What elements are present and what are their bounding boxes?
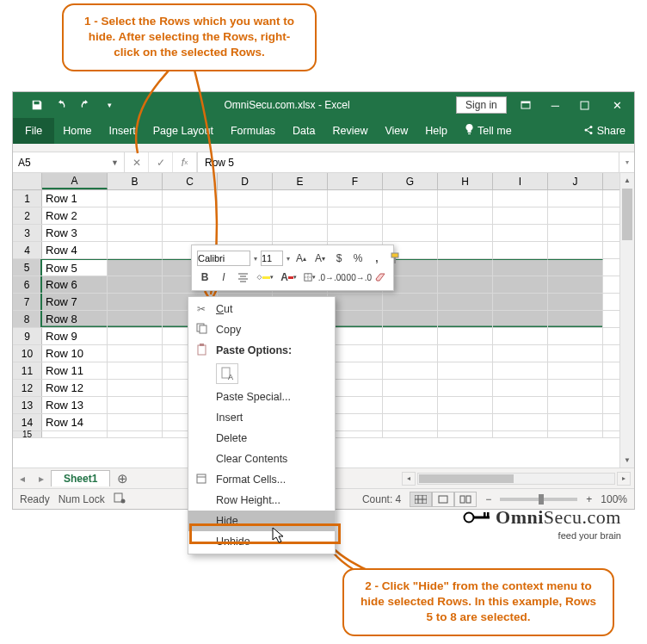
cell[interactable]	[548, 311, 603, 327]
cell[interactable]	[383, 328, 438, 344]
cell[interactable]	[108, 328, 163, 344]
cell[interactable]	[438, 328, 493, 344]
view-normal-button[interactable]	[410, 492, 432, 507]
cell[interactable]	[108, 242, 163, 258]
undo-icon[interactable]	[49, 92, 73, 118]
row-header[interactable]: 12	[13, 380, 42, 396]
column-header[interactable]: A	[42, 173, 108, 189]
cell[interactable]: Row 4	[42, 242, 108, 258]
row-header[interactable]: 10	[13, 345, 42, 362]
column-header[interactable]: E	[273, 173, 328, 189]
cell[interactable]	[548, 397, 603, 413]
cell[interactable]	[108, 397, 163, 413]
cell[interactable]	[328, 225, 383, 241]
cell[interactable]	[328, 311, 383, 327]
cell[interactable]	[493, 345, 548, 362]
cell[interactable]	[108, 380, 163, 396]
sign-in-button[interactable]: Sign in	[456, 96, 507, 114]
cancel-entry-icon[interactable]: ✕	[125, 152, 149, 172]
redo-icon[interactable]	[73, 92, 97, 118]
row-header[interactable]: 1	[13, 190, 42, 207]
scroll-up-icon[interactable]: ▲	[620, 173, 634, 188]
cell[interactable]: Row 12	[42, 380, 108, 396]
sheet-tab-active[interactable]: Sheet1	[51, 470, 110, 486]
cell[interactable]	[438, 311, 493, 327]
cell[interactable]	[383, 190, 438, 207]
save-icon[interactable]	[25, 92, 49, 118]
cell[interactable]	[218, 207, 273, 224]
row-header[interactable]: 5	[13, 259, 42, 276]
cell[interactable]	[493, 362, 548, 379]
cell[interactable]	[273, 225, 328, 241]
cell[interactable]	[383, 294, 438, 310]
cell[interactable]	[108, 225, 163, 241]
increase-decimal-icon[interactable]: .0→.00	[321, 269, 343, 286]
cell[interactable]	[493, 431, 548, 437]
paste-keep-text-icon[interactable]: A	[216, 363, 238, 384]
cell[interactable]	[548, 276, 603, 293]
cell[interactable]	[438, 414, 493, 430]
cell[interactable]	[163, 225, 218, 241]
cell[interactable]	[493, 414, 548, 430]
mini-font-size[interactable]	[261, 251, 283, 266]
cell[interactable]	[108, 431, 163, 437]
close-button[interactable]: ✕	[600, 92, 634, 118]
cell[interactable]	[163, 190, 218, 207]
column-header[interactable]: I	[493, 173, 548, 189]
cell[interactable]	[383, 207, 438, 224]
cell[interactable]	[548, 190, 603, 207]
cell[interactable]	[163, 207, 218, 224]
column-header[interactable]: J	[548, 173, 603, 189]
cell[interactable]	[438, 345, 493, 362]
row-header[interactable]: 9	[13, 328, 42, 344]
cell[interactable]	[493, 259, 548, 276]
row-header[interactable]: 13	[13, 397, 42, 413]
sheet-nav-prev-icon[interactable]: ◂	[13, 473, 32, 485]
cell[interactable]	[493, 242, 548, 258]
zoom-slider[interactable]	[500, 498, 577, 501]
comma-format-icon[interactable]: ,	[369, 250, 385, 267]
ctx-delete[interactable]: Delete	[188, 428, 335, 449]
cell[interactable]	[383, 380, 438, 396]
vscroll-thumb[interactable]	[622, 189, 632, 240]
macro-record-icon[interactable]	[114, 492, 126, 506]
tab-page-layout[interactable]: Page Layout	[145, 118, 222, 144]
cell[interactable]	[328, 294, 383, 310]
zoom-out-button[interactable]: −	[485, 493, 491, 505]
vertical-scrollbar[interactable]: ▲ ▼	[619, 173, 634, 468]
cell[interactable]: Row 1	[42, 190, 108, 207]
row-header[interactable]: 7	[13, 294, 42, 310]
cell[interactable]	[493, 190, 548, 207]
ctx-row-height[interactable]: Row Height...	[188, 490, 335, 511]
name-box[interactable]: A5 ▼	[13, 152, 125, 172]
cell[interactable]: Row 2	[42, 207, 108, 224]
cell[interactable]	[273, 190, 328, 207]
zoom-in-button[interactable]: +	[586, 493, 592, 505]
fill-color-icon[interactable]: ▾	[254, 269, 275, 286]
cell[interactable]	[328, 414, 383, 430]
maximize-button[interactable]	[570, 92, 600, 118]
align-center-icon[interactable]	[235, 269, 250, 286]
cell[interactable]	[493, 225, 548, 241]
cell[interactable]	[108, 362, 163, 379]
new-sheet-button[interactable]: ⊕	[110, 471, 135, 486]
cell[interactable]: Row 9	[42, 328, 108, 344]
hscroll-right-icon[interactable]: ▸	[617, 472, 631, 486]
ctx-format-cells[interactable]: Format Cells...	[188, 469, 335, 490]
borders-icon[interactable]: ▾	[302, 269, 317, 286]
cell[interactable]	[548, 328, 603, 344]
row-header[interactable]: 3	[13, 225, 42, 241]
bold-icon[interactable]: B	[197, 269, 213, 286]
cell[interactable]	[328, 190, 383, 207]
cell[interactable]: Row 3	[42, 225, 108, 241]
cell[interactable]	[328, 380, 383, 396]
cell[interactable]	[328, 207, 383, 224]
cell[interactable]	[328, 431, 383, 437]
cell[interactable]: Row 14	[42, 414, 108, 430]
tab-review[interactable]: Review	[324, 118, 376, 144]
cell[interactable]	[383, 431, 438, 437]
decrease-font-icon[interactable]: A▾	[312, 250, 328, 267]
cell[interactable]	[108, 345, 163, 362]
cell[interactable]	[548, 207, 603, 224]
column-header[interactable]: F	[328, 173, 383, 189]
